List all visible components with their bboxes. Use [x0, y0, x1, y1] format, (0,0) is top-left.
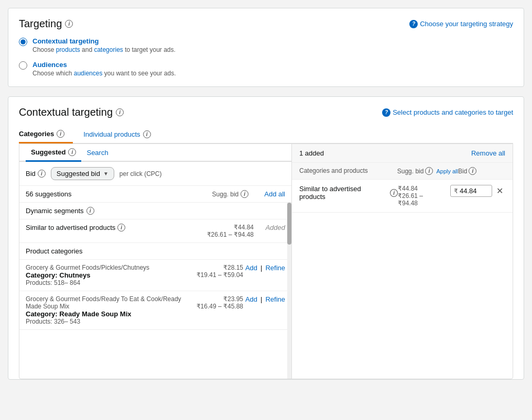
- category-bid-main-0: ₹28.15: [191, 264, 243, 271]
- tab-individual-products-label: Individual products: [83, 130, 140, 138]
- category-row-1: Grocery & Gourmet Foods/Ready To Eat & C…: [19, 291, 291, 330]
- similar-to-advertised-products-row: Similar to advertised products i ₹44.84 …: [19, 219, 291, 243]
- sugg-bid-header-label: Sugg. bid: [212, 191, 239, 198]
- category-path-1: Grocery & Gourmet Foods/Ready To Eat & C…: [26, 295, 191, 310]
- tab-categories-info-icon[interactable]: i: [57, 130, 64, 138]
- contextual-targeting-label-group: Contextual targeting Choose products and…: [32, 37, 176, 53]
- tab-categories-label: Categories: [19, 130, 54, 138]
- remove-item-button-0[interactable]: ✕: [494, 186, 505, 196]
- remove-all-button[interactable]: Remove all: [471, 149, 505, 157]
- add-all-button[interactable]: Add all: [264, 190, 285, 198]
- col-header-categories: Categories and products: [299, 167, 397, 175]
- refine-button-0[interactable]: Refine: [265, 264, 285, 272]
- sub-tab-suggested[interactable]: Suggested i: [26, 144, 81, 162]
- right-sugg-range1-0: ₹26.61 –: [398, 192, 450, 200]
- contextual-targeting-help-link[interactable]: ? Select products and categories to targ…: [382, 108, 513, 117]
- dynamic-segments-header: Dynamic segments i: [19, 203, 291, 219]
- similar-products-name-text: Similar to advertised products: [26, 224, 115, 231]
- contextual-targeting-label: Contextual targeting: [32, 37, 176, 45]
- categories-link[interactable]: categories: [94, 46, 123, 53]
- bid-info-icon[interactable]: i: [38, 170, 46, 178]
- contextual-help-circle-icon: ?: [382, 108, 390, 117]
- right-item-info-icon-0[interactable]: i: [390, 189, 398, 197]
- right-col-header-row: Categories and products Sugg. bid i Appl…: [292, 163, 513, 180]
- category-actions-1: Add | Refine: [243, 295, 285, 303]
- scrollbar-thumb[interactable]: [287, 203, 291, 245]
- sub-tab-suggested-label: Suggested: [31, 148, 66, 156]
- audiences-link[interactable]: audiences: [74, 70, 103, 77]
- category-bid-0: ₹28.15 ₹19.41 – ₹59.04: [191, 264, 243, 279]
- product-categories-header: Product categories: [19, 243, 291, 260]
- sugg-bid-header: Sugg. bid i: [212, 190, 249, 198]
- contextual-targeting-radio[interactable]: [19, 38, 27, 46]
- sub-tab-suggested-info-icon[interactable]: i: [68, 148, 76, 156]
- right-column: 1 added Remove all Categories and produc…: [292, 144, 513, 379]
- similar-products-bid-main: ₹44.84: [201, 224, 254, 231]
- bid-input-0[interactable]: [460, 187, 486, 195]
- targeting-info-icon[interactable]: i: [65, 20, 73, 28]
- targeting-tabs-row: Categories i Individual products i: [19, 126, 513, 143]
- category-products-1: Products: 326– 543: [26, 318, 191, 325]
- col-header-bid: Bid i: [458, 167, 505, 175]
- category-row-0: Grocery & Gourmet Foods/Pickles/Chutneys…: [19, 260, 291, 291]
- bid-dropdown[interactable]: Suggested bid ▼: [51, 167, 114, 180]
- tab-individual-products-info-icon[interactable]: i: [143, 130, 151, 138]
- bid-dropdown-label: Suggested bid: [57, 170, 100, 178]
- tab-categories[interactable]: Categories i: [19, 126, 73, 143]
- contextual-targeting-desc: Choose products and categories to target…: [32, 46, 176, 53]
- bid-row: Bid i Suggested bid ▼ per click (CPC): [19, 162, 291, 186]
- category-info-0: Grocery & Gourmet Foods/Pickles/Chutneys…: [26, 264, 191, 286]
- added-count: 1 added: [299, 149, 324, 157]
- right-sugg-range2-0: ₹94.48: [398, 200, 450, 207]
- audiences-option: Audiences Choose which audiences you wan…: [19, 61, 513, 77]
- tab-individual-products[interactable]: Individual products i: [83, 126, 159, 143]
- two-column-layout: Suggested i Search Bid i Suggested bid ▼…: [19, 143, 513, 379]
- contextual-targeting-info-icon[interactable]: i: [116, 108, 124, 116]
- sugg-bid-info-icon[interactable]: i: [241, 190, 248, 198]
- audiences-label-group: Audiences Choose which audiences you wan…: [32, 61, 176, 77]
- suggestions-header: 56 suggestions Sugg. bid i Add all: [19, 186, 291, 203]
- products-link[interactable]: products: [56, 46, 80, 53]
- add-button-1[interactable]: Add: [245, 295, 257, 303]
- apply-all-link[interactable]: Apply all: [436, 168, 458, 174]
- right-item-name-text-0: Similar to advertised products: [299, 185, 388, 201]
- col-sugg-label: Sugg. bid: [397, 168, 424, 175]
- contextual-targeting-card-title-text: Contextual targeting: [19, 106, 113, 118]
- category-bold-0: Category: Chutneys: [26, 271, 191, 279]
- targeting-card: Targeting i ? Choose your targeting stra…: [8, 8, 524, 87]
- category-bid-range-0: ₹19.41 – ₹59.04: [191, 271, 243, 279]
- category-path-0: Grocery & Gourmet Foods/Pickles/Chutneys: [26, 264, 191, 271]
- separator-1: |: [260, 295, 262, 303]
- similar-products-status: Added: [254, 224, 285, 231]
- add-button-0[interactable]: Add: [245, 264, 257, 272]
- dynamic-segments-info-icon[interactable]: i: [86, 207, 94, 215]
- help-link-text: Choose your targeting strategy: [420, 20, 513, 28]
- sub-tab-search[interactable]: Search: [81, 144, 113, 161]
- contextual-targeting-card-header: Contextual targeting i ? Select products…: [19, 106, 513, 118]
- bid-currency-0: ₹: [454, 187, 458, 195]
- col-bid-info-icon[interactable]: i: [469, 167, 476, 175]
- targeting-title: Targeting i: [19, 18, 73, 30]
- col-bid-label: Bid: [458, 168, 467, 175]
- scrollbar-track: [287, 203, 291, 379]
- col-sugg-info-icon[interactable]: i: [425, 167, 433, 175]
- audiences-radio[interactable]: [19, 61, 27, 70]
- help-circle-icon: ?: [409, 20, 418, 28]
- category-bold-1: Category: Ready Made Soup Mix: [26, 310, 191, 318]
- right-panel-header: 1 added Remove all: [292, 144, 513, 163]
- category-info-1: Grocery & Gourmet Foods/Ready To Eat & C…: [26, 295, 191, 325]
- refine-button-1[interactable]: Refine: [265, 295, 285, 303]
- contextual-help-link-text: Select products and categories to target: [393, 108, 513, 116]
- similar-products-info-icon[interactable]: i: [117, 224, 125, 231]
- category-bid-range-1: ₹16.49 – ₹45.88: [191, 303, 243, 310]
- bid-dropdown-chevron-icon: ▼: [103, 171, 108, 176]
- category-bid-1: ₹23.95 ₹16.49 – ₹45.88: [191, 295, 243, 310]
- per-click-label: per click (CPC): [120, 170, 162, 178]
- sub-tabs-row: Suggested i Search: [19, 144, 291, 162]
- right-item-sugg-0: ₹44.84 ₹26.61 – ₹94.48: [398, 185, 450, 207]
- category-products-0: Products: 518– 864: [26, 279, 191, 286]
- similar-products-bid-range: ₹26.61 – ₹94.48: [201, 231, 254, 238]
- targeting-help-link[interactable]: ? Choose your targeting strategy: [409, 20, 513, 28]
- col-header-sugg: Sugg. bid i Apply all: [397, 167, 458, 175]
- scrollable-list[interactable]: Dynamic segments i Similar to advertised…: [19, 203, 291, 379]
